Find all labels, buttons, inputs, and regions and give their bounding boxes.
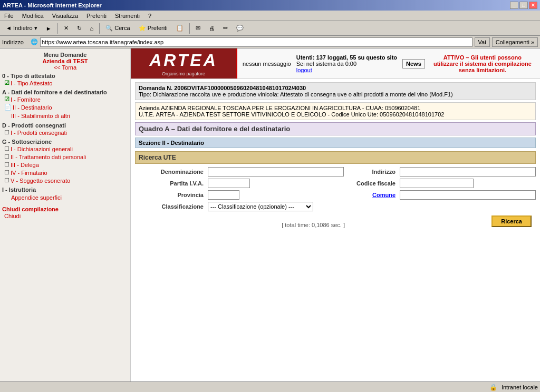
sidebar-section-g: G - Sottoscrizione ☐ I - Dichiarazioni g… xyxy=(2,139,128,184)
sidebar-item-tipo-attestato[interactable]: ☑ I - Tipo Attestato xyxy=(2,79,128,87)
favorites-button[interactable]: ⭐ Preferiti xyxy=(135,23,171,34)
sidebar-link-firmatario[interactable]: IV - Firmatario xyxy=(11,170,47,176)
minimize-button[interactable]: _ xyxy=(510,2,518,9)
sidebar-section-header-d: D - Prodotti consegnati xyxy=(2,122,128,129)
sidebar-item-appendice[interactable]: Appendice superfici xyxy=(2,193,128,202)
title-bar-controls[interactable]: _ □ ✕ xyxy=(510,2,537,9)
sidebar-link-delega[interactable]: III - Delega xyxy=(11,162,39,168)
links-button[interactable]: Collegamenti » xyxy=(492,37,538,47)
users-line2: Sei nel sistema da 0:00 xyxy=(296,61,397,67)
sidebar-link-appendice[interactable]: Appendice superfici xyxy=(11,194,62,201)
sidebar-section-0: 0 - Tipo di attestato ☑ I - Tipo Attesta… xyxy=(2,73,128,87)
mail-button[interactable]: ✉ xyxy=(192,23,204,34)
checkbox-u6: ☐ xyxy=(4,169,9,176)
lock-icon: 🔒 xyxy=(489,384,497,391)
logo-area: ARTEA Organismo pagatore xyxy=(131,48,236,79)
back-button[interactable]: ◄ Indietro ▾ xyxy=(2,23,41,34)
menu-modifica[interactable]: Modifica xyxy=(20,12,46,20)
sidebar-item-trattamento[interactable]: ☐ II - Trattamento dati personali xyxy=(2,153,128,161)
title-text: ARTEA - Microsoft Internet Explorer xyxy=(3,2,102,8)
sidebar-azienda: Azienda di TEST xyxy=(2,58,128,64)
header-info: nessun messaggio Utenti: 137 loggati, 55… xyxy=(236,48,540,79)
msg-label: nessun messaggio xyxy=(243,61,291,67)
provincia-label: Provincia xyxy=(135,192,204,198)
classificazione-label: Classificazione xyxy=(135,203,204,210)
discuss-button[interactable]: 💬 xyxy=(233,23,247,34)
sidebar-section-header-0: 0 - Tipo di attestato xyxy=(2,73,128,79)
codice-fiscale-input[interactable] xyxy=(400,179,474,188)
checkbox-u7: ☐ xyxy=(4,177,9,184)
sidebar-link-stabilimento[interactable]: III - Stabilimento di altri xyxy=(11,113,70,119)
print-button[interactable]: 🖨 xyxy=(205,23,218,34)
edit-button[interactable]: ✏ xyxy=(219,23,232,34)
indirizzo-input[interactable] xyxy=(400,167,536,177)
toolbar: ◄ Indietro ▾ ► ✕ ↻ ⌂ 🔍 Cerca ⭐ Preferiti… xyxy=(0,21,540,36)
checkbox-unchecked xyxy=(4,112,10,120)
status-right: 🔒 Intranet locale xyxy=(489,384,538,391)
sidebar-link-chiudi[interactable]: Chiudi xyxy=(4,213,21,219)
sidebar-link-dichiarazioni[interactable]: I - Dichiarazioni generali xyxy=(11,146,73,152)
denominazione-input[interactable] xyxy=(208,167,344,177)
address-icon: 🌐 xyxy=(31,38,38,45)
menu-help[interactable]: ? xyxy=(146,12,153,20)
checkbox-checked-icon: ☑ xyxy=(4,80,9,86)
sidebar-link-fornitore[interactable]: I - Fornitore xyxy=(11,96,41,103)
partita-iva-input[interactable] xyxy=(208,179,250,188)
address-input[interactable] xyxy=(40,37,472,47)
sidebar-link-prodotti[interactable]: I - Prodotti consegnati xyxy=(11,130,67,136)
provincia-input[interactable] xyxy=(208,190,239,200)
refresh-button[interactable]: ↻ xyxy=(73,23,85,34)
azienda-line1: Azienda AZIENDA REGIONALE TOSCANA PER LE… xyxy=(139,105,532,111)
sidebar-menu-title: Menu Domande xyxy=(2,52,128,58)
history-button[interactable]: 📋 xyxy=(172,23,187,34)
users-line1: Utenti: 137 loggati, 55 su questo sito xyxy=(296,54,397,61)
sidebar-item-stabilimento[interactable]: III - Stabilimento di altri xyxy=(2,111,128,120)
sidebar-item-firmatario[interactable]: ☐ IV - Firmatario xyxy=(2,169,128,177)
sidebar-link-trattamento[interactable]: II - Trattamento dati personali xyxy=(11,154,86,160)
sidebar-close-item[interactable]: Chiudi xyxy=(2,212,128,220)
sidebar-item-fornitore[interactable]: ☑ I - Fornitore xyxy=(2,95,128,103)
maximize-button[interactable]: □ xyxy=(519,2,528,9)
sidebar-close-header: Chiudi compilazione xyxy=(2,206,128,212)
toolbar-separator xyxy=(57,23,58,34)
forward-button[interactable]: ► xyxy=(42,23,55,34)
checkbox-u8 xyxy=(4,193,10,201)
checkbox-checked-icon2: ☑ xyxy=(4,96,9,103)
sidebar-link-tipo[interactable]: I - Tipo Attestato xyxy=(11,80,53,86)
zone-text: Intranet locale xyxy=(502,384,538,390)
sidebar-item-dichiarazioni[interactable]: ☐ I - Dichiarazioni generali xyxy=(2,145,128,153)
sidebar-close-section: Chiudi compilazione Chiudi xyxy=(2,206,128,220)
sidebar-section-i: I - Istruttoria Appendice superfici xyxy=(2,187,128,202)
form-area: Domanda N. 2006DVITAF1000000509602048104… xyxy=(131,79,540,231)
close-button[interactable]: ✕ xyxy=(529,2,537,9)
sidebar-link-destinatario[interactable]: II - Destinatario xyxy=(13,104,52,111)
menu-file[interactable]: File xyxy=(2,12,16,20)
menu-strumenti[interactable]: Strumenti xyxy=(113,12,142,20)
stop-button[interactable]: ✕ xyxy=(60,23,72,34)
header-status: ATTIVO – Gli utenti possono utilizzare i… xyxy=(430,54,535,73)
home-button[interactable]: ⌂ xyxy=(86,23,98,34)
sidebar-item-destinatario[interactable]: 📄 II - Destinatario xyxy=(2,103,128,111)
indirizzo-label: Indirizzo xyxy=(348,169,396,175)
partita-iva-label: Partita I.V.A. xyxy=(135,180,204,187)
menu-visualizza[interactable]: Visualizza xyxy=(50,12,80,20)
search-button[interactable]: 🔍 Cerca xyxy=(102,23,133,34)
users-logout[interactable]: logout xyxy=(296,67,397,73)
ricerca-button[interactable]: Ricerca xyxy=(491,215,532,227)
sidebar-section-header-a: A - Dati del fornitore e del destinatari… xyxy=(2,89,128,95)
sidebar-back[interactable]: << Torna xyxy=(2,64,128,71)
go-button[interactable]: Vai xyxy=(475,37,490,47)
classificazione-row: Classificazione --- Classificazione (opz… xyxy=(135,202,536,211)
codice-fiscale-label: Codice fiscale xyxy=(348,180,396,187)
sidebar-item-prodotti[interactable]: ☐ I - Prodotti consegnati xyxy=(2,129,128,136)
comune-input[interactable] xyxy=(400,190,536,200)
content-area: ARTEA Organismo pagatore nessun messaggi… xyxy=(131,48,540,381)
sidebar-item-delega[interactable]: ☐ III - Delega xyxy=(2,161,128,169)
sidebar-item-soggetto[interactable]: ☐ V - Soggetto esonerato xyxy=(2,177,128,184)
classificazione-select[interactable]: --- Classificazione (opzionale) --- xyxy=(208,202,313,211)
menu-preferiti[interactable]: Preferiti xyxy=(84,12,109,20)
sidebar-link-soggetto[interactable]: V - Soggetto esonerato xyxy=(11,178,70,184)
comune-link[interactable]: Comune xyxy=(372,192,396,198)
toolbar-separator3 xyxy=(189,23,190,34)
sidebar-section-a: A - Dati del fornitore e del destinatari… xyxy=(2,89,128,120)
